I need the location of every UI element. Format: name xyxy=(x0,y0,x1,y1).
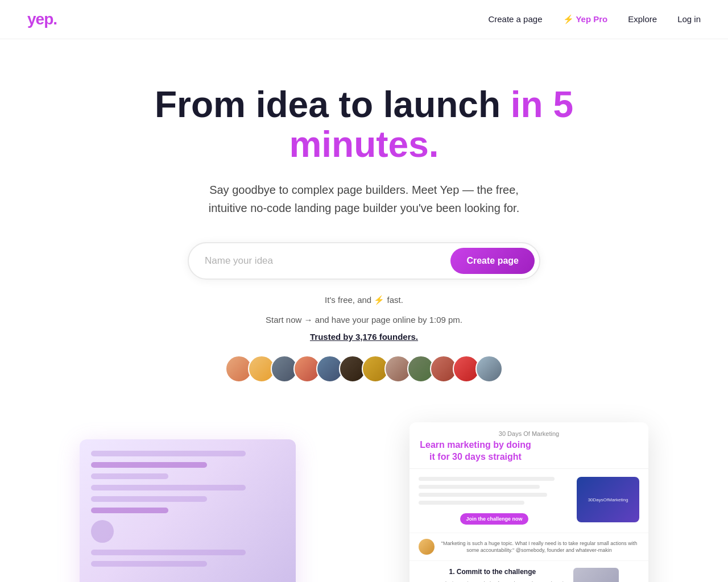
free-fast-label: It's free, and ⚡ fast. xyxy=(325,295,403,305)
mockup-section-row: 1. Commit to the challenge Do one market… xyxy=(419,568,639,582)
mockup-quote-row: "Marketing is such a huge topic. What I … xyxy=(410,533,648,560)
mockup-left xyxy=(80,439,296,582)
mockup-quote: "Marketing is such a huge topic. What I … xyxy=(439,540,639,554)
image-placeholder-text: 30DaysOfMarketing xyxy=(588,497,628,502)
mock-bar-4 xyxy=(91,485,246,490)
hero-subtitle: Say goodbye to complex page builders. Me… xyxy=(199,181,529,217)
headline-start: From idea to launch xyxy=(155,84,511,125)
mockup-section-text-col: 1. Commit to the challenge Do one market… xyxy=(419,568,566,582)
create-page-button[interactable]: Create page xyxy=(450,248,535,274)
yep-pro-link[interactable]: ⚡ Yep Pro xyxy=(563,14,608,24)
hero-headline: From idea to launch in 5 minutes. xyxy=(108,85,620,165)
mock-bar-3 xyxy=(91,473,168,479)
mock-circle xyxy=(91,520,114,543)
logo-dot: . xyxy=(53,10,57,28)
mock-bar-1 xyxy=(91,451,246,456)
start-now-label: Start now → and have your page online by… xyxy=(266,315,462,325)
mockup-text-col: Join the challenge now xyxy=(419,477,570,525)
mockup-section-image xyxy=(573,568,619,582)
navbar: yep. Create a page ⚡ Yep Pro Explore Log… xyxy=(0,0,728,39)
text-line-4 xyxy=(419,501,524,505)
nav-create-page[interactable]: Create a page xyxy=(488,14,542,24)
hero-section: From idea to launch in 5 minutes. Say go… xyxy=(0,39,728,582)
logo[interactable]: yep. xyxy=(27,10,57,28)
nav-login[interactable]: Log in xyxy=(677,14,701,24)
avatar-12 xyxy=(475,355,503,383)
free-fast-text: It's free, and ⚡ fast. xyxy=(325,292,403,307)
founder-avatars xyxy=(225,355,503,383)
mockup-area: 30 Days Of Marketing Learn marketing by … xyxy=(80,417,648,582)
start-now-text: Start now → and have your page online by… xyxy=(266,312,462,327)
mockup-tag: 30 Days Of Marketing xyxy=(419,430,639,437)
mockup-body: Join the challenge now 30DaysOfMarketing xyxy=(410,469,648,533)
idea-input-row: Create page xyxy=(188,242,540,280)
mock-bar-7 xyxy=(91,550,246,555)
mock-bar-5 xyxy=(91,496,207,502)
mockup-image: 30DaysOfMarketing xyxy=(577,477,639,522)
logo-text: yep xyxy=(27,10,53,28)
nav-explore[interactable]: Explore xyxy=(628,14,657,24)
mock-bar-8 xyxy=(91,561,207,567)
mock-bar-2 xyxy=(91,462,207,468)
mockup-headline: Learn marketing by doing it for 30 days … xyxy=(419,439,532,463)
text-line-1 xyxy=(419,477,555,481)
mockup-right: 30 Days Of Marketing Learn marketing by … xyxy=(410,422,648,582)
nav-links: Create a page ⚡ Yep Pro Explore Log in xyxy=(488,14,701,24)
mockup-header: 30 Days Of Marketing Learn marketing by … xyxy=(410,422,648,469)
text-line-3 xyxy=(419,493,547,497)
idea-input[interactable] xyxy=(205,255,450,267)
mockup-section: 1. Commit to the challenge Do one market… xyxy=(410,560,648,582)
create-page-link[interactable]: Create a page xyxy=(488,14,542,24)
yep-pro-label: Yep Pro xyxy=(576,14,607,24)
text-line-2 xyxy=(419,485,540,489)
mockup-mini-avatar xyxy=(419,539,435,555)
nav-yep-pro[interactable]: ⚡ Yep Pro xyxy=(563,14,608,24)
mockup-cta-btn: Join the challenge now xyxy=(460,513,528,525)
trusted-link[interactable]: Trusted by 3,176 founders. xyxy=(310,332,418,342)
lightning-icon: ⚡ xyxy=(563,14,574,24)
mockup-section-title: 1. Commit to the challenge xyxy=(419,568,566,576)
login-link[interactable]: Log in xyxy=(677,14,701,24)
explore-link[interactable]: Explore xyxy=(628,14,657,24)
mock-bar-6 xyxy=(91,508,168,513)
